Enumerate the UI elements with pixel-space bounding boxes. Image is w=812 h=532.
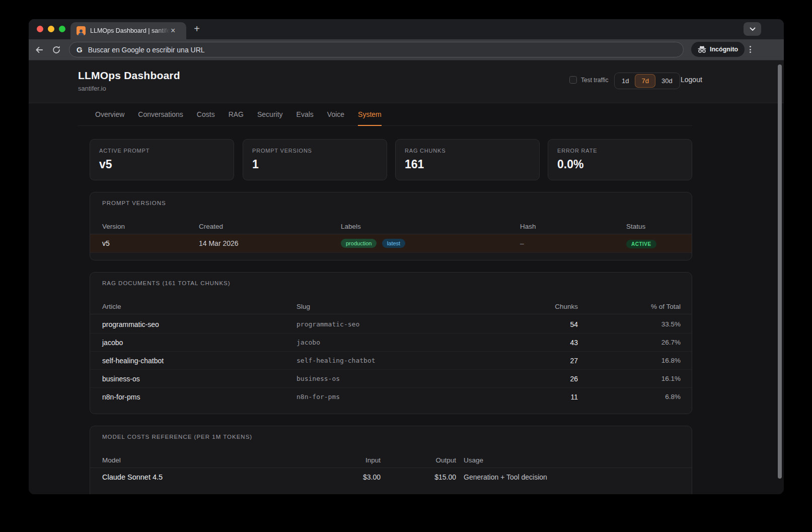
panel-title: RAG DOCUMENTS (161 TOTAL CHUNKS) [102,280,231,286]
browser-menu-button[interactable] [749,45,752,54]
page-content: LLMOps Dashboard santifer.io Test traffi… [29,60,784,494]
test-traffic-label: Test traffic [581,77,608,84]
prompt-versions-panel: PROMPT VERSIONS Version Created Labels H… [90,192,692,260]
page-subtitle: santifer.io [78,85,106,92]
usage-cell: Generation + Tool decision [464,468,547,487]
stat-value: 161 [405,158,530,171]
stat-label: ERROR RATE [557,148,683,154]
input-cell: $3.00 [320,468,381,487]
address-bar[interactable]: G Buscar en Google o escribir una URL [69,42,684,57]
tab-overview[interactable]: Overview [95,110,124,126]
range-7d-button[interactable]: 7d [635,74,655,88]
col-chunks: Chunks [502,299,578,314]
incognito-label: Incógnito [710,46,738,53]
stat-label: PROMPT VERSIONS [252,148,378,154]
col-version: Version [102,219,125,234]
chunks-cell: 27 [502,352,578,370]
back-button[interactable] [35,45,44,54]
reload-icon [52,45,61,54]
article-cell: business-os [102,370,140,388]
col-slug: Slug [297,299,310,314]
dashboard-tabs: Overview Conversations Costs RAG Securit… [78,103,692,126]
stat-value: v5 [99,158,225,171]
labels-cell: production latest [341,238,405,248]
hash-cell: – [520,234,524,253]
incognito-badge: Incógnito [691,42,745,57]
page-scrollbar[interactable] [778,64,782,479]
article-cell: programmatic-seo [102,315,159,334]
col-pct: % of Total [605,299,681,314]
stat-label: ACTIVE PROMPT [99,148,225,154]
status-badge: ACTIVE [626,240,656,248]
output-cell: $15.00 [396,468,456,487]
tab-conversations[interactable]: Conversations [138,110,183,126]
test-traffic-checkbox[interactable] [569,76,577,84]
page-title: LLMOps Dashboard [78,70,180,82]
browser-window: LLMOps Dashboard | santifer.io × + G Bus… [29,19,784,494]
stat-card-active-prompt: ACTIVE PROMPT v5 [90,139,234,180]
person-icon [78,29,85,35]
chunks-cell: 26 [502,370,578,388]
tab-evals[interactable]: Evals [297,110,314,126]
col-input: Input [320,452,381,468]
tab-favicon-icon [77,26,86,35]
pct-cell: 16.8% [605,352,681,370]
page-header: LLMOps Dashboard santifer.io Test traffi… [29,60,784,103]
slug-cell: n8n-for-pms [297,388,340,406]
window-close-button[interactable] [37,26,43,32]
window-zoom-button[interactable] [59,26,65,32]
tab-close-icon[interactable]: × [171,27,175,35]
stat-label: RAG CHUNKS [405,148,530,154]
incognito-icon [698,46,706,53]
chunks-cell: 43 [502,334,578,352]
table-row: n8n-for-pms n8n-for-pms 11 6.8% [90,388,692,406]
logout-button[interactable]: Logout [681,76,702,84]
table-header: Version Created Labels Hash Status [90,219,692,234]
col-created: Created [199,219,223,234]
rag-documents-panel: RAG DOCUMENTS (161 TOTAL CHUNKS) Article… [90,272,692,414]
tab-strip: LLMOps Dashboard | santifer.io × + [29,19,784,39]
table-row: jacobo jacobo 43 26.7% [90,334,692,352]
tab-search-button[interactable] [744,22,761,36]
slug-cell: programmatic-seo [297,315,359,334]
slug-cell: self-healing-chatbot [297,352,376,370]
tab-voice[interactable]: Voice [327,110,344,126]
table-row: v5 14 Mar 2026 production latest – ACTIV… [90,234,692,253]
range-1d-button[interactable]: 1d [616,75,635,87]
table-row: self-healing-chatbot self-healing-chatbo… [90,352,692,370]
address-placeholder: Buscar en Google o escribir una URL [88,46,205,54]
browser-toolbar: G Buscar en Google o escribir una URL In… [29,39,784,60]
pct-cell: 16.1% [605,370,681,388]
col-article: Article [102,299,121,314]
pct-cell: 26.7% [605,334,681,352]
chevron-down-icon [750,27,756,31]
browser-tab[interactable]: LLMOps Dashboard | santifer.io × [70,22,186,39]
slug-cell: jacobo [297,334,320,352]
reload-button[interactable] [52,45,61,54]
table-row: programmatic-seo programmatic-seo 54 33.… [90,315,692,334]
article-cell: jacobo [102,334,123,352]
col-usage: Usage [464,452,483,468]
version-cell: v5 [102,234,110,253]
table-header: Article Slug Chunks % of Total [90,299,692,314]
tab-costs[interactable]: Costs [197,110,215,126]
window-minimize-button[interactable] [48,26,54,32]
label-badge-production: production [341,239,377,248]
tab-title: LLMOps Dashboard | santifer.io [90,27,170,34]
tab-security[interactable]: Security [257,110,283,126]
created-cell: 14 Mar 2026 [199,234,239,253]
google-g-icon: G [77,45,83,54]
pct-cell: 6.8% [605,388,681,406]
col-model: Model [102,452,121,468]
col-hash: Hash [520,219,536,234]
col-status: Status [626,219,645,234]
tab-rag[interactable]: RAG [229,110,244,126]
slug-cell: business-os [297,370,340,388]
table-row: business-os business-os 26 16.1% [90,370,692,388]
table-row: Claude Sonnet 4.5 $3.00 $15.00 Generatio… [90,468,692,487]
stat-value: 1 [252,158,378,171]
new-tab-button[interactable]: + [191,23,203,35]
range-30d-button[interactable]: 30d [655,75,679,87]
tab-system[interactable]: System [358,110,382,126]
status-cell: ACTIVE [626,239,656,248]
